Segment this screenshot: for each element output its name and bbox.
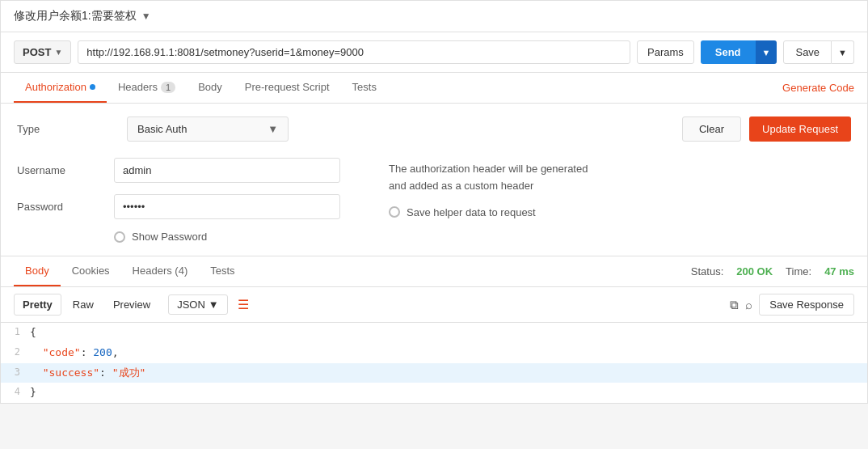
auth-info-text: The authorization header will be generat…	[389, 161, 851, 195]
tab-dot-icon	[90, 84, 95, 90]
time-label: Time:	[786, 265, 811, 277]
bottom-section: Body Cookies Headers (4) Tests Status: 2…	[1, 256, 867, 403]
bottom-tab-cookies[interactable]: Cookies	[61, 256, 121, 286]
response-icons: ⧉ ⌕ Save Response	[730, 294, 854, 316]
auth-type-chevron-icon: ▼	[268, 123, 278, 135]
tab-tests[interactable]: Tests	[341, 73, 388, 103]
send-button[interactable]: Send	[701, 40, 756, 64]
username-field-row: Username	[17, 158, 340, 183]
update-request-button[interactable]: Update Request	[749, 116, 851, 142]
username-input[interactable]	[114, 158, 340, 183]
tab-tests-label: Tests	[352, 81, 377, 93]
request-bar: POST ▼ Params Send ▼ Save ▼	[1, 32, 867, 73]
response-toolbar: Pretty Raw Preview JSON ▼ ☰ ⧉ ⌕ Save Res…	[1, 287, 867, 323]
credentials-fields: Username Password Show Password	[17, 158, 340, 243]
save-helper-label: Save helper data to request	[407, 206, 536, 218]
auth-section: Type Basic Auth ▼ Clear Update Request U…	[1, 104, 867, 256]
tab-authorization[interactable]: Authorization	[14, 73, 107, 103]
resp-tab-pretty[interactable]: Pretty	[14, 294, 61, 316]
code-line-1: 1 {	[1, 323, 867, 343]
code-line-4: 4 }	[1, 383, 867, 403]
username-label: Username	[17, 164, 114, 176]
line-num-4: 4	[1, 383, 30, 403]
title-arrow-icon[interactable]: ▼	[141, 11, 151, 22]
password-field-row: Password	[17, 194, 340, 219]
json-format-select[interactable]: JSON ▼	[168, 294, 228, 315]
method-chevron-icon: ▼	[54, 48, 62, 57]
tab-headers[interactable]: Headers 1	[107, 73, 187, 103]
auth-type-row: Type Basic Auth ▼ Clear Update Request	[17, 116, 851, 142]
tab-prerequest-label: Pre-request Script	[245, 81, 330, 93]
line-content-4: }	[30, 383, 867, 403]
save-helper-radio[interactable]	[389, 206, 400, 218]
show-password-label[interactable]: Show Password	[132, 231, 207, 243]
tab-headers-label: Headers	[118, 81, 158, 93]
page-title: 修改用户余额1:需要签权	[14, 9, 137, 23]
bottom-tab-tests[interactable]: Tests	[199, 256, 246, 286]
clear-button[interactable]: Clear	[682, 116, 741, 142]
send-chevron-button[interactable]: ▼	[756, 40, 777, 64]
line-content-2: "code": 200,	[30, 343, 867, 363]
auth-type-select[interactable]: Basic Auth ▼	[127, 116, 289, 142]
tab-body[interactable]: Body	[187, 73, 234, 103]
credentials-row: Username Password Show Password The auth…	[17, 158, 851, 243]
headers-badge: 1	[161, 82, 175, 93]
tab-body-label: Body	[198, 81, 222, 93]
save-button[interactable]: Save	[783, 40, 832, 64]
password-input[interactable]	[114, 194, 340, 219]
send-btn-group: Send ▼	[701, 40, 777, 64]
method-label: POST	[23, 46, 51, 58]
params-button[interactable]: Params	[637, 40, 694, 64]
auth-type-value: Basic Auth	[137, 123, 187, 135]
line-num-3: 3	[1, 363, 30, 383]
tabs-bar: Authorization Headers 1 Body Pre-request…	[1, 73, 867, 104]
url-input[interactable]	[78, 40, 630, 64]
title-bar: 修改用户余额1:需要签权 ▼	[1, 1, 867, 32]
save-chevron-button[interactable]: ▼	[832, 40, 854, 64]
generate-code-link[interactable]: Generate Code	[782, 82, 854, 94]
code-line-2: 2 "code": 200,	[1, 343, 867, 363]
time-value: 47 ms	[824, 265, 854, 277]
code-editor: 1 { 2 "code": 200, 3 "success": "成功" 4 }	[1, 323, 867, 403]
code-line-3: 3 "success": "成功"	[1, 363, 867, 383]
auth-info: The authorization header will be generat…	[356, 158, 851, 218]
save-response-button[interactable]: Save Response	[759, 294, 854, 316]
bottom-tab-body[interactable]: Body	[14, 256, 61, 286]
resp-tab-preview[interactable]: Preview	[105, 294, 158, 315]
json-chevron-icon: ▼	[209, 299, 219, 311]
line-num-2: 2	[1, 343, 30, 363]
tab-prerequest[interactable]: Pre-request Script	[234, 73, 341, 103]
bottom-tabs-bar: Body Cookies Headers (4) Tests Status: 2…	[1, 256, 867, 287]
method-select[interactable]: POST ▼	[14, 40, 71, 64]
password-label: Password	[17, 201, 114, 213]
bottom-tab-headers[interactable]: Headers (4)	[121, 256, 200, 286]
line-num-1: 1	[1, 323, 30, 343]
show-password-radio[interactable]	[114, 231, 125, 243]
auth-buttons: Clear Update Request	[682, 116, 851, 142]
copy-icon[interactable]: ⧉	[730, 298, 739, 312]
save-btn-group: Save ▼	[783, 40, 854, 64]
status-label: Status:	[691, 265, 723, 277]
search-icon[interactable]: ⌕	[745, 298, 752, 311]
resp-tab-raw[interactable]: Raw	[65, 294, 102, 315]
json-label: JSON	[177, 299, 205, 311]
save-helper-row: Save helper data to request	[389, 206, 851, 218]
status-value: 200 OK	[736, 265, 773, 277]
status-info: Status: 200 OK Time: 47 ms	[691, 265, 854, 277]
line-content-3: "success": "成功"	[30, 363, 867, 383]
show-password-row: Show Password	[114, 231, 340, 243]
tab-authorization-label: Authorization	[25, 81, 86, 93]
line-content-1: {	[30, 323, 867, 343]
auth-type-label: Type	[17, 123, 114, 135]
format-icon[interactable]: ☰	[238, 297, 249, 312]
